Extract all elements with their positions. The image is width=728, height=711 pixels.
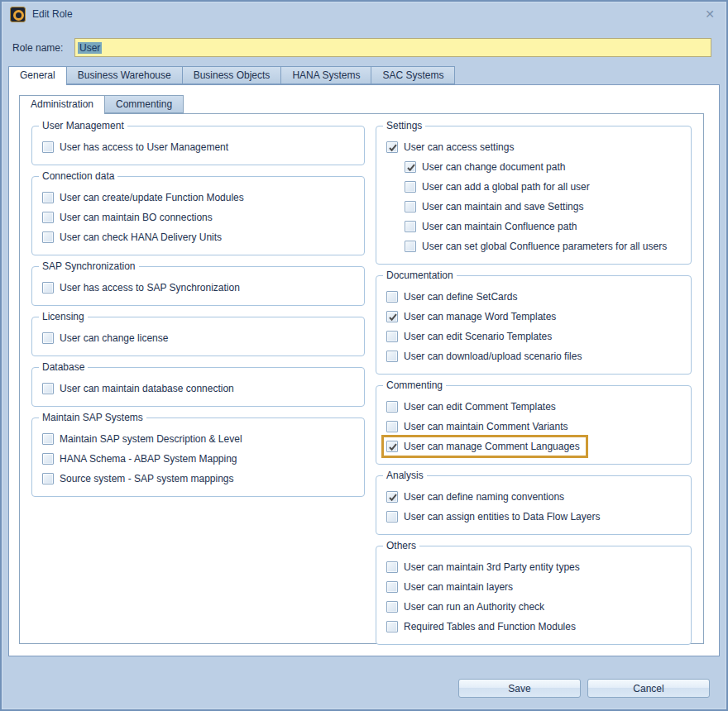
group-connection-data: Connection dataUser can create/update Fu…	[31, 176, 365, 255]
checkbox-row-hana-schema-abap-system-mapping[interactable]: HANA Schema - ABAP System Mapping	[42, 450, 237, 468]
checkbox-unchecked[interactable]	[405, 201, 416, 212]
checkbox-row-user-can-access-settings[interactable]: User can access settings	[386, 138, 514, 156]
checkbox-label: User can maintain BO connections	[60, 212, 213, 223]
cancel-button[interactable]: Cancel	[587, 679, 710, 698]
checkbox-unchecked[interactable]	[42, 141, 54, 153]
group-others: OthersUser can maintain 3rd Party entity…	[376, 546, 692, 645]
role-name-label: Role name:	[12, 42, 63, 54]
checkbox-label: User can edit Comment Templates	[404, 401, 556, 413]
checkbox-unchecked[interactable]	[405, 241, 416, 252]
checkbox-unchecked[interactable]	[42, 473, 54, 484]
checkbox-row-user-can-manage-word-templates[interactable]: User can manage Word Templates	[386, 308, 556, 326]
checkbox-unchecked[interactable]	[42, 453, 54, 465]
checkbox-row-user-can-run-an-authority-check[interactable]: User can run an Authority check	[386, 598, 544, 616]
checkbox-unchecked[interactable]	[405, 181, 416, 193]
checkbox-row-user-can-maintain-database-connection[interactable]: User can maintain database connection	[42, 379, 234, 398]
checkbox-label: User can change license	[60, 332, 168, 344]
checkbox-checked[interactable]	[386, 141, 398, 153]
group-user-management: User ManagementUser has access to User M…	[31, 126, 365, 165]
checkbox-unchecked[interactable]	[42, 332, 54, 344]
checkbox-row-user-can-maintain-3rd-party-entity-types[interactable]: User can maintain 3rd Party entity types	[386, 558, 580, 576]
save-button[interactable]: Save	[458, 679, 581, 698]
checkbox-checked[interactable]	[386, 311, 398, 322]
checkbox-row-user-can-edit-comment-templates[interactable]: User can edit Comment Templates	[386, 398, 556, 416]
checkbox-row-required-tables-and-function-modules[interactable]: Required Tables and Function Modules	[386, 618, 576, 636]
checkbox-unchecked[interactable]	[386, 421, 398, 432]
tab-business-warehouse[interactable]: Business Warehouse	[67, 66, 183, 84]
general-tab-content: AdministrationCommenting User Management…	[8, 84, 720, 656]
checkbox-row-user-has-access-to-sap-synchronization[interactable]: User has access to SAP Synchronization	[42, 279, 240, 297]
group-title: Others	[383, 540, 419, 551]
role-name-input[interactable]: User	[74, 38, 711, 57]
group-sap-synchronization: SAP SynchronizationUser has access to SA…	[31, 266, 365, 306]
group-title: Licensing	[39, 311, 88, 322]
checkbox-unchecked[interactable]	[386, 511, 398, 523]
close-icon[interactable]: ✕	[702, 8, 718, 20]
checkbox-label: User can manage Word Templates	[404, 311, 556, 322]
checkbox-row-user-can-maintain-layers[interactable]: User can maintain layers	[386, 578, 513, 596]
checkbox-row-maintain-sap-system-description-level[interactable]: Maintain SAP system Description & Level	[42, 430, 242, 448]
inner-tab-strip: AdministrationCommenting	[19, 95, 184, 114]
group-title: Database	[39, 361, 88, 373]
edit-role-dialog: Edit Role ✕ Role name: User GeneralBusin…	[0, 0, 728, 711]
tab-sac-systems[interactable]: SAC Systems	[371, 66, 455, 84]
checkbox-label: User can download/upload scenario files	[404, 351, 582, 362]
checkbox-row-user-can-maintain-bo-connections[interactable]: User can maintain BO connections	[42, 208, 213, 227]
checkbox-row-user-can-maintain-confluence-path[interactable]: User can maintain Confluence path	[405, 217, 577, 236]
role-name-value: User	[78, 42, 102, 54]
checkbox-unchecked[interactable]	[386, 331, 398, 342]
checkbox-row-user-can-manage-comment-languages[interactable]: User can manage Comment Languages	[381, 435, 588, 458]
checkbox-row-user-can-maintain-and-save-settings[interactable]: User can maintain and save Settings	[405, 198, 583, 216]
checkbox-row-user-can-define-setcards[interactable]: User can define SetCards	[386, 288, 517, 306]
group-database: DatabaseUser can maintain database conne…	[31, 367, 365, 407]
checkbox-checked[interactable]	[386, 491, 398, 503]
tab-commenting[interactable]: Commenting	[105, 95, 184, 113]
checkbox-row-user-can-check-hana-delivery-units[interactable]: User can check HANA Delivery Units	[42, 228, 222, 246]
checkbox-row-user-can-set-global-confluence-parameter[interactable]: User can set global Confluence parameter…	[405, 237, 667, 255]
checkbox-unchecked[interactable]	[386, 401, 398, 413]
checkbox-unchecked[interactable]	[42, 231, 54, 243]
checkbox-unchecked[interactable]	[386, 351, 398, 362]
checkbox-label: User can manage Comment Languages	[404, 441, 580, 452]
checkbox-unchecked[interactable]	[42, 282, 54, 293]
checkbox-label: User can maintain Confluence path	[422, 221, 577, 232]
checkbox-checked[interactable]	[405, 161, 416, 173]
checkbox-row-user-can-assign-entities-to-data-flow-la[interactable]: User can assign entities to Data Flow La…	[386, 508, 600, 526]
checkbox-unchecked[interactable]	[42, 383, 54, 394]
checkbox-row-user-can-change-document-path[interactable]: User can change document path	[405, 158, 565, 176]
checkbox-row-user-has-access-to-user-management[interactable]: User has access to User Management	[42, 138, 228, 156]
checkbox-unchecked[interactable]	[386, 621, 398, 632]
tab-hana-systems[interactable]: HANA Systems	[281, 66, 371, 84]
checkbox-row-user-can-change-license[interactable]: User can change license	[42, 329, 168, 347]
checkbox-row-source-system-sap-system-mappings[interactable]: Source system - SAP system mappings	[42, 470, 234, 488]
tab-administration[interactable]: Administration	[19, 95, 105, 114]
checkbox-unchecked[interactable]	[42, 433, 54, 445]
checkbox-row-user-can-define-naming-conventions[interactable]: User can define naming conventions	[386, 488, 564, 506]
checkbox-unchecked[interactable]	[386, 291, 398, 303]
checkbox-unchecked[interactable]	[386, 561, 398, 573]
checkbox-label: User can access settings	[404, 141, 514, 153]
checkbox-unchecked[interactable]	[405, 221, 416, 232]
group-title: SAP Synchronization	[39, 260, 139, 272]
checkbox-checked[interactable]	[386, 441, 398, 452]
tab-general[interactable]: General	[8, 66, 67, 85]
window-title: Edit Role	[32, 8, 73, 20]
tab-business-objects[interactable]: Business Objects	[183, 66, 282, 84]
checkbox-unchecked[interactable]	[386, 601, 398, 613]
checkbox-unchecked[interactable]	[386, 581, 398, 593]
checkbox-label: User can define SetCards	[404, 291, 517, 303]
group-settings: SettingsUser can access settingsUser can…	[376, 126, 692, 265]
group-title: Connection data	[39, 170, 117, 182]
checkbox-row-user-can-download-upload-scenario-files[interactable]: User can download/upload scenario files	[386, 347, 582, 365]
checkbox-row-user-can-create-update-function-modules[interactable]: User can create/update Function Modules	[42, 188, 244, 207]
checkbox-label: User can set global Confluence parameter…	[422, 241, 667, 252]
checkbox-label: User can assign entities to Data Flow La…	[404, 511, 600, 523]
checkbox-unchecked[interactable]	[42, 192, 54, 203]
group-documentation: DocumentationUser can define SetCardsUse…	[376, 275, 692, 375]
checkbox-row-user-can-edit-scenario-templates[interactable]: User can edit Scenario Templates	[386, 327, 552, 346]
checkbox-row-user-can-maintain-comment-variants[interactable]: User can maintain Comment Variants	[386, 418, 568, 436]
group-title: Commenting	[383, 379, 446, 391]
checkbox-unchecked[interactable]	[42, 212, 54, 223]
checkbox-row-user-can-add-a-global-path-for-all-user[interactable]: User can add a global path for all user	[405, 178, 590, 196]
right-column: SettingsUser can access settingsUser can…	[376, 126, 692, 632]
